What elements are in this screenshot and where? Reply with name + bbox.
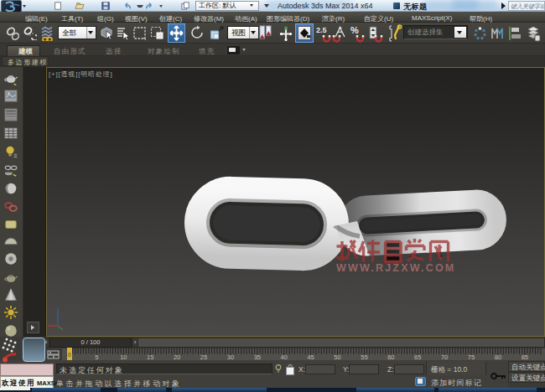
svg-text:80: 80 bbox=[495, 353, 501, 361]
svg-text:85: 85 bbox=[522, 353, 528, 361]
svg-text:45: 45 bbox=[307, 353, 314, 361]
svg-text:65: 65 bbox=[414, 353, 421, 361]
svg-text:55: 55 bbox=[361, 353, 367, 361]
svg-text:70: 70 bbox=[441, 353, 448, 361]
svg-text:15: 15 bbox=[147, 353, 153, 361]
svg-text:30: 30 bbox=[227, 353, 234, 361]
svg-text:75: 75 bbox=[468, 353, 475, 361]
svg-text:60: 60 bbox=[387, 353, 394, 361]
svg-text:50: 50 bbox=[334, 353, 340, 361]
svg-text:35: 35 bbox=[254, 353, 261, 361]
svg-text:25: 25 bbox=[200, 353, 207, 361]
svg-text:10: 10 bbox=[120, 353, 127, 361]
svg-text:20: 20 bbox=[174, 353, 180, 361]
svg-text:5: 5 bbox=[95, 353, 98, 361]
svg-text:40: 40 bbox=[281, 353, 288, 361]
